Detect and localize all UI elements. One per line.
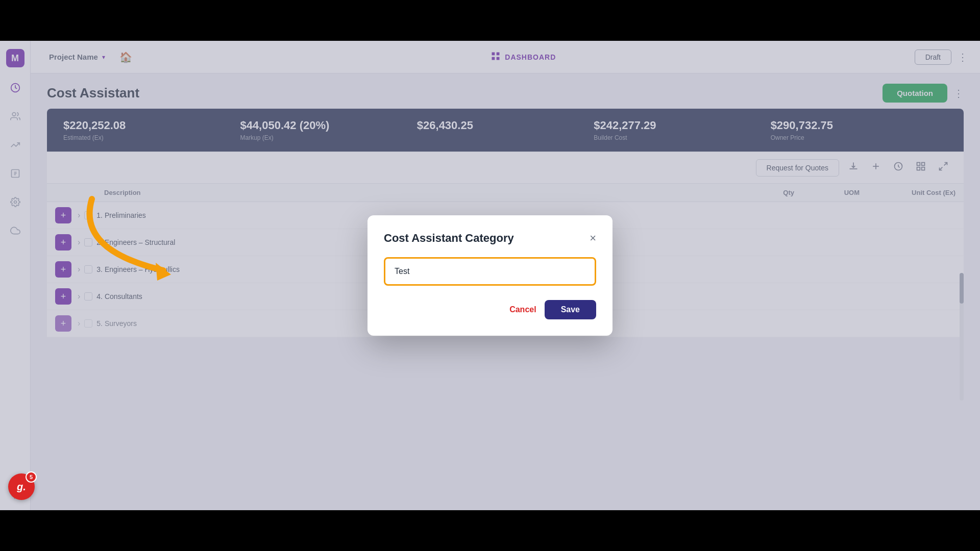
modal-input-wrapper <box>384 257 596 286</box>
modal-footer: Cancel Save <box>384 300 596 319</box>
modal-dialog: Cost Assistant Category × Cancel Save <box>368 215 612 336</box>
modal-overlay[interactable]: Cost Assistant Category × Cancel Save <box>0 41 980 510</box>
modal-title: Cost Assistant Category <box>384 232 514 245</box>
save-button[interactable]: Save <box>545 300 596 319</box>
bottom-black-bar <box>0 510 980 551</box>
modal-close-button[interactable]: × <box>590 233 596 244</box>
cancel-button[interactable]: Cancel <box>509 305 536 314</box>
modal-header: Cost Assistant Category × <box>384 232 596 245</box>
svg-marker-18 <box>156 263 171 281</box>
notification-badge[interactable]: g. 5 <box>8 473 35 500</box>
notification-count: 5 <box>26 471 37 483</box>
notification-icon: g. <box>17 481 26 493</box>
top-black-bar <box>0 0 980 41</box>
arrow-annotation <box>61 189 225 293</box>
app-container: M <box>0 41 980 510</box>
category-name-input[interactable] <box>386 260 594 283</box>
